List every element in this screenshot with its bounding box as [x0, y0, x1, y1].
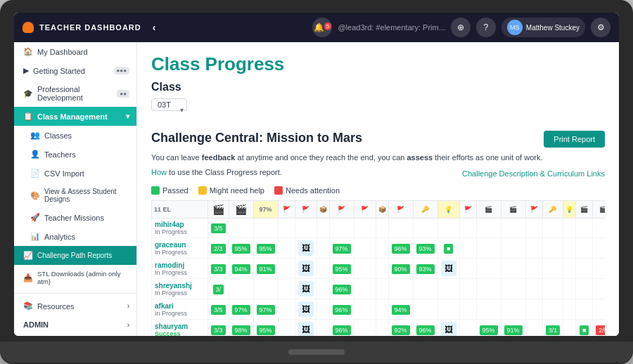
cell [278, 219, 295, 238]
cell: 95% [253, 238, 278, 259]
sidebar-item-challenge-reports[interactable]: 📈 Challenge Path Reports [14, 246, 136, 265]
col-header-4: 🚩 [278, 201, 295, 219]
cell: 96% [329, 279, 354, 299]
sidebar-item-csv[interactable]: 📄 CSV Import [14, 164, 136, 183]
cell [476, 299, 501, 320]
cell: 97% [229, 299, 253, 320]
cell [354, 299, 376, 320]
sidebar-item-teachers[interactable]: 👤 Teachers [14, 145, 136, 164]
attention-color [274, 186, 283, 195]
student-name[interactable]: shauryam [155, 323, 205, 330]
cell [593, 279, 605, 299]
cell [542, 299, 563, 320]
student-name[interactable]: ramodinj [155, 261, 205, 269]
cell [354, 238, 376, 259]
col-header-13: 🚩 [459, 201, 476, 219]
user-profile[interactable]: MS Matthew Stuckey [501, 18, 585, 37]
sidebar-item-prof-dev[interactable]: 🎓 Professional Development ●● [14, 80, 136, 107]
avatar: MS [507, 20, 523, 35]
question-icon: ? [484, 22, 489, 32]
student-status: In Progress [155, 269, 205, 276]
student-name[interactable]: shreyanshj [155, 282, 205, 290]
cell-image: 🖼 [298, 281, 314, 297]
student-name-cell: shreyanshj In Progress [152, 279, 208, 299]
cell [253, 279, 278, 299]
chevron-right-icon: › [127, 302, 129, 310]
cell-image: 🖼 [298, 322, 314, 336]
cell [413, 219, 437, 238]
sidebar-item-class-management[interactable]: 📋 Class Management ▾ [14, 107, 136, 126]
cell: 96% [388, 238, 413, 259]
cell-image: 🖼 [298, 240, 314, 256]
student-name[interactable]: afkari [155, 302, 205, 310]
cell: 98% [229, 320, 253, 337]
main-layout: 🏠 My Dashboard ▶ Getting Started ●●● 🎓 P… [14, 42, 619, 336]
help-button[interactable]: ? [476, 18, 496, 37]
cell: 2/3 [208, 238, 229, 259]
cell [413, 299, 437, 320]
print-report-button[interactable]: Print Report [544, 131, 605, 148]
table-row: graceaun In Progress 2/3 95% 95% 🖼 97% [152, 238, 606, 259]
cell [576, 279, 593, 299]
resources-icon: 📚 [23, 301, 33, 311]
sidebar-item-student-designs[interactable]: 🎨 View & Assess Student Designs [14, 183, 136, 208]
cell: 3/5 [208, 219, 229, 238]
table-row: mihir4ap In Progress 3/5 [152, 219, 606, 238]
cell: 🖼 [295, 279, 316, 299]
sidebar-item-prints[interactable]: 🖨 Prints › [14, 334, 136, 336]
cell [501, 219, 525, 238]
sidebar-item-getting-started[interactable]: ▶ Getting Started ●●● [14, 61, 136, 80]
dashboard-icon: 🏠 [23, 47, 33, 56]
help-label: Might need help [210, 186, 264, 195]
cell: 3/3 [208, 259, 229, 279]
progress-table-wrap: 11 EL 🎬 🎬 97% 🚩 🚩 📦 🚩 🚩 📦 🚩 [151, 200, 605, 336]
cell [278, 279, 295, 299]
cell [278, 259, 295, 279]
sidebar-item-resources[interactable]: 📚 Resources › [14, 297, 136, 316]
cell: 96% [329, 299, 354, 320]
sidebar-item-admin[interactable]: ADMIN › [14, 316, 136, 334]
cell [376, 238, 388, 259]
cell [316, 279, 329, 299]
notification-count: 5 [324, 22, 331, 30]
cell [593, 238, 605, 259]
cell [576, 299, 593, 320]
cell: 🖼 [295, 259, 316, 279]
cell: 3/5 [208, 299, 229, 320]
student-name[interactable]: mihir4ap [155, 221, 205, 228]
settings-button[interactable]: ⚙ [591, 18, 610, 37]
sidebar-item-teacher-missions[interactable]: 🚀 Teacher Missions [14, 208, 136, 227]
col-header-1: 🎬 [208, 201, 229, 219]
notifications-button[interactable]: 🔔 5 [312, 18, 332, 37]
student-name[interactable]: graceaun [155, 241, 205, 249]
back-button[interactable]: ‹ [147, 22, 162, 33]
sidebar-item-dashboard[interactable]: 🏠 My Dashboard [14, 42, 136, 61]
challenge-title-area: Challenge Central: Mission to Mars [151, 131, 362, 145]
cell [437, 219, 459, 238]
cell [354, 279, 376, 299]
cell [295, 219, 316, 238]
class-select-wrap[interactable]: 03T 01A 02B 04C [151, 98, 187, 121]
cell: 🖼 [295, 238, 316, 259]
main-content: Class Progress Class 03T 01A 02B 04C Cha… [137, 42, 619, 336]
cell [229, 219, 253, 238]
cell [476, 279, 501, 299]
cell [525, 219, 542, 238]
sidebar-item-classes[interactable]: 👥 Classes [14, 126, 136, 145]
class-select[interactable]: 03T 01A 02B 04C [151, 98, 187, 111]
add-button[interactable]: ⊕ [451, 18, 471, 37]
sidebar-item-stl[interactable]: 📥 STL Downloads (admin only atm) [14, 265, 136, 290]
settings-icon: ⚙ [597, 22, 605, 32]
col-header-3: 97% [253, 201, 278, 219]
cell [563, 299, 576, 320]
cell [542, 219, 563, 238]
clipboard-icon: 📋 [23, 112, 33, 121]
cell: 3/3 [208, 320, 229, 337]
getting-started-badge: ●●● [114, 67, 130, 74]
curriculum-link[interactable]: Challenge Description & Curriculum Links [462, 169, 605, 178]
cell [563, 279, 576, 299]
cell [525, 299, 542, 320]
sidebar-item-analytics[interactable]: 📊 Analytics [14, 227, 136, 246]
how-link[interactable]: How [151, 168, 167, 176]
cell [278, 238, 295, 259]
